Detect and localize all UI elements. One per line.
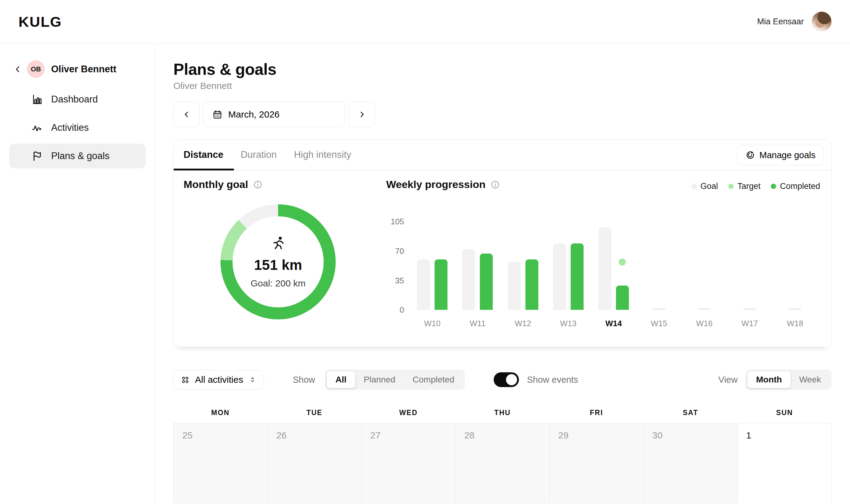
day-header-sat: SAT	[643, 409, 737, 417]
calendar-grid: 2526272829301	[173, 423, 832, 504]
day-header-tue: TUE	[267, 409, 361, 417]
calendar-cell[interactable]: 27	[362, 424, 455, 504]
legend-item-target: Target	[728, 182, 760, 191]
view-option-month[interactable]: Month	[747, 372, 791, 388]
page-subtitle: Oliver Bennett	[173, 80, 832, 91]
goal-tabs: DistanceDurationHigh intensity Manage go…	[174, 140, 831, 170]
next-month-button[interactable]	[349, 102, 375, 127]
legend-dot-goal	[691, 184, 697, 189]
week-group-w14	[591, 221, 636, 310]
week-label-w12: W12	[500, 319, 545, 328]
week-group-w18	[773, 221, 818, 310]
completed-bar	[571, 244, 584, 310]
chevron-right-icon	[358, 110, 366, 119]
view-option-week[interactable]: Week	[791, 372, 830, 388]
user-name: Mia Eensaar	[757, 17, 804, 26]
manage-goals-button[interactable]: Manage goals	[737, 145, 824, 165]
flag-icon	[31, 150, 43, 162]
manage-goals-label: Manage goals	[760, 150, 816, 160]
calendar-cell[interactable]: 28	[455, 424, 550, 504]
grid-icon	[181, 376, 189, 384]
goal-bar	[508, 262, 521, 310]
back-button[interactable]	[14, 63, 23, 75]
tab-duration[interactable]: Duration	[241, 149, 277, 160]
week-label-w10: W10	[410, 319, 455, 328]
profile-avatar: OB	[27, 60, 45, 78]
show-filter-segmented: AllPlannedCompleted	[325, 370, 465, 390]
sidebar-item-label: Activities	[51, 122, 89, 133]
week-label-w17: W17	[727, 319, 773, 328]
activity-filter-dropdown[interactable]: All activities	[173, 370, 264, 390]
calendar-cell[interactable]: 26	[267, 424, 362, 504]
completed-bar	[525, 259, 538, 310]
legend-label: Completed	[780, 182, 820, 191]
day-header-wed: WED	[362, 409, 455, 417]
calendar-icon	[212, 109, 223, 120]
previous-month-button[interactable]	[173, 102, 200, 127]
weekly-bar-chart: 03570105W10W11W12W13W14W15W16W17W18	[386, 211, 824, 337]
calendar-cell[interactable]: 30	[644, 424, 738, 504]
tab-distance[interactable]: Distance	[184, 149, 223, 160]
runner-icon	[269, 235, 287, 254]
app-logo: KULG	[18, 13, 62, 30]
chevron-left-icon	[14, 64, 22, 74]
week-group-w17	[727, 221, 773, 310]
period-selector-button[interactable]: March, 2026	[203, 102, 345, 127]
chart-legend: GoalTargetCompleted	[691, 182, 820, 191]
legend-item-completed: Completed	[771, 182, 820, 191]
sidebar-item-activities[interactable]: Activities	[9, 115, 146, 140]
tab-high-intensity[interactable]: High intensity	[294, 149, 351, 160]
day-header-mon: MON	[173, 409, 267, 417]
calendar-cell[interactable]: 25	[174, 424, 267, 504]
weekly-progression-pane: Weekly progression GoalTargetCompleted 0…	[386, 170, 831, 346]
legend-item-goal: Goal	[691, 182, 718, 191]
sidebar-item-label: Plans & goals	[51, 150, 110, 162]
user-menu: Mia Eensaar	[757, 12, 832, 31]
week-group-w15	[636, 221, 681, 310]
pulse-icon	[31, 122, 43, 134]
week-label-w16: W16	[681, 319, 727, 328]
goal-bar-stub	[698, 308, 711, 310]
sidebar-nav: DashboardActivitiesPlans & goals	[0, 87, 155, 168]
sidebar-item-dashboard[interactable]: Dashboard	[9, 87, 146, 112]
show-option-completed[interactable]: Completed	[404, 372, 463, 388]
week-group-w16	[681, 221, 727, 310]
calendar-cell[interactable]: 1	[738, 424, 832, 504]
period-label: March, 2026	[228, 109, 280, 120]
info-icon[interactable]	[253, 180, 262, 189]
bar-chart-icon	[31, 93, 43, 106]
user-avatar[interactable]	[812, 12, 832, 31]
goals-card-body: Monthly goal	[174, 170, 831, 346]
show-option-all[interactable]: All	[327, 372, 355, 388]
y-axis-tick: 70	[386, 247, 404, 256]
goal-bar-stub	[788, 308, 801, 310]
week-label-w18: W18	[773, 319, 818, 328]
monthly-goal-pane: Monthly goal	[174, 170, 386, 346]
view-label: View	[718, 375, 738, 385]
date-navigation: March, 2026	[173, 102, 832, 127]
view-segmented: MonthWeek	[746, 370, 832, 390]
day-header-sun: SUN	[738, 409, 832, 417]
monthly-goal-target: Goal: 200 km	[251, 278, 306, 289]
sidebar-item-plans-goals[interactable]: Plans & goals	[9, 144, 146, 168]
week-label-w13: W13	[546, 319, 591, 328]
day-number: 1	[746, 430, 751, 440]
show-events-toggle[interactable]	[494, 372, 519, 387]
goal-bar	[553, 244, 566, 310]
legend-dot-completed	[771, 184, 776, 189]
goal-bar-stub	[653, 308, 665, 310]
y-axis-tick: 105	[386, 217, 404, 227]
calendar-cell[interactable]: 29	[550, 424, 644, 504]
top-bar: KULG Mia Eensaar	[0, 0, 850, 43]
day-number: 27	[370, 430, 380, 440]
main-content: Plans & goals Oliver Bennett March, 2026	[155, 43, 850, 504]
day-number: 29	[558, 430, 569, 440]
monthly-goal-title: Monthly goal	[184, 178, 248, 191]
profile-name: Oliver Bennett	[51, 64, 117, 75]
goal-target-icon	[745, 150, 755, 160]
toggle-knob	[506, 374, 517, 385]
info-icon[interactable]	[491, 180, 500, 189]
week-group-w11	[455, 221, 500, 310]
show-option-planned[interactable]: Planned	[355, 372, 404, 388]
goals-card: DistanceDurationHigh intensity Manage go…	[173, 139, 832, 347]
